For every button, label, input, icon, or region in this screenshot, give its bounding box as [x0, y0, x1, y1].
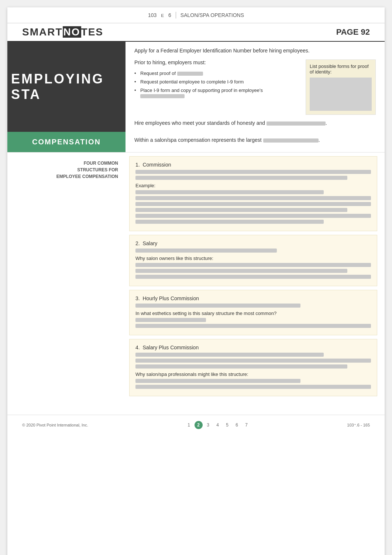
- why-label-4: Why salon/spa professionals might like t…: [135, 371, 371, 377]
- blurred-2-4: [135, 275, 371, 279]
- blurred-3-2: [135, 318, 206, 322]
- footer-ref: 103⁺.6 - 165: [347, 423, 370, 428]
- compensation-label: COMPENSATION: [7, 132, 125, 152]
- prior-hiring-sidebar: List possible forms for proof of identit…: [306, 59, 376, 115]
- page-container: 103E6 SALON/SPA OPERATIONS SMARTNOTES PA…: [7, 7, 385, 555]
- compensation-content: Within a salon/spa compensation represen…: [125, 132, 385, 152]
- blurred-1-8: [135, 220, 324, 224]
- tes-label: TES: [81, 26, 103, 38]
- smartnotes-header: SMARTNOTES PAGE 92: [7, 23, 385, 42]
- compensation-item-3: 3. Hourly Plus Commission In what esthet…: [129, 290, 377, 335]
- blurred-2-2: [135, 263, 371, 267]
- sidebar-box: List possible forms for proof of identit…: [306, 59, 376, 115]
- four-structures-section: FOUR COMMON STRUCTURES FOR EMPLOYEE COMP…: [7, 153, 385, 407]
- blurred-4-2: [135, 359, 371, 363]
- prior-hiring-layout: Prior to hiring, employers must: Request…: [134, 59, 376, 115]
- course-sup: E: [161, 13, 164, 18]
- blurred-3-1: [135, 304, 300, 308]
- blurred-1-5: [135, 202, 371, 206]
- blurred-2-1: [135, 249, 277, 253]
- four-structures-label: FOUR COMMON STRUCTURES FOR EMPLOYEE COMP…: [7, 153, 125, 187]
- page-1[interactable]: 1: [185, 421, 193, 429]
- blurred-4-1: [135, 353, 324, 357]
- bullet-item-2: Request potential employee to complete I…: [134, 78, 298, 86]
- blurred-4-4: [135, 379, 300, 383]
- compensation-label-text: COMPENSATION: [32, 138, 101, 146]
- bullet-item-3: Place I-9 form and copy of supporting pr…: [134, 86, 298, 100]
- course-title: SALON/SPA OPERATIONS: [180, 12, 244, 18]
- sidebar-image: [310, 78, 372, 111]
- four-structures-label-text: FOUR COMMON STRUCTURES FOR EMPLOYEE COMP…: [15, 160, 118, 180]
- blurred-4-3: [135, 364, 347, 369]
- blurred-3-3: [135, 324, 371, 328]
- hire-text: Hire employees who meet your standards o…: [134, 120, 376, 126]
- smart-label: SMART: [22, 26, 63, 38]
- question-label-3: In what esthetics setting is this salary…: [135, 311, 371, 316]
- compensation-item-2: 2. Salary Why salon owners like this str…: [129, 235, 377, 286]
- compensation-section: COMPENSATION Within a salon/spa compensa…: [7, 132, 385, 153]
- prior-hiring-main: Prior to hiring, employers must: Request…: [134, 59, 298, 115]
- four-structures-content: 1. Commission Example: 2. Salary Why sal…: [125, 153, 385, 407]
- employing-staff-content: Apply for a Federal Employer Identificat…: [125, 42, 385, 132]
- blurred-employee: [140, 94, 185, 98]
- blurred-1-7: [135, 214, 371, 218]
- page-2[interactable]: 2: [195, 421, 203, 429]
- blurred-1-2: [135, 176, 347, 180]
- smartnotes-title: SMARTNOTES: [22, 26, 103, 38]
- comp-intro-text: Within a salon/spa compensation represen…: [134, 137, 376, 143]
- footer-copyright: © 2020 Pivot Point International, Inc.: [22, 423, 88, 427]
- item-4-title: 4. Salary Plus Commission: [135, 345, 371, 350]
- page-5[interactable]: 5: [223, 421, 231, 429]
- notes-highlight: NO: [63, 26, 81, 38]
- why-label-2: Why salon owners like this structure:: [135, 256, 371, 261]
- blurred-1-4: [135, 196, 371, 200]
- sidebar-box-title: List possible forms for proof of identit…: [310, 64, 372, 75]
- apply-text: Apply for a Federal Employer Identificat…: [134, 48, 376, 54]
- page-6[interactable]: 6: [233, 421, 241, 429]
- header-center: 103E6 SALON/SPA OPERATIONS: [148, 12, 244, 18]
- blurred-1-1: [135, 170, 371, 174]
- blurred-2-3: [135, 269, 347, 273]
- pagination[interactable]: 1 2 3 4 5 6 7: [185, 421, 251, 429]
- blurred-1-3: [135, 190, 324, 194]
- blurred-hire: [267, 121, 326, 126]
- page-4[interactable]: 4: [214, 421, 222, 429]
- bullet-item-1: Request proof of: [134, 69, 298, 78]
- compensation-item-1: 1. Commission Example:: [129, 156, 377, 231]
- blurred-4-5: [135, 385, 371, 389]
- course-dot: 6: [168, 12, 171, 18]
- footer: © 2020 Pivot Point International, Inc. 1…: [7, 415, 385, 435]
- page-7[interactable]: 7: [243, 421, 251, 429]
- blurred-comp: [263, 138, 319, 143]
- example-label-1: Example:: [135, 183, 371, 188]
- item-1-title: 1. Commission: [135, 162, 371, 168]
- blurred-proof: [177, 72, 203, 76]
- prior-hiring-title: Prior to hiring, employers must:: [134, 59, 298, 65]
- employing-staff-title: EMPLOYING STA: [11, 71, 122, 102]
- employing-staff-label: EMPLOYING STA: [7, 42, 125, 132]
- item-3-title: 3. Hourly Plus Commission: [135, 295, 371, 301]
- page-3[interactable]: 3: [204, 421, 212, 429]
- top-header: 103E6 SALON/SPA OPERATIONS: [7, 7, 385, 23]
- course-code: 103: [148, 12, 157, 18]
- blurred-1-6: [135, 208, 347, 212]
- bullet-list: Request proof of Request potential emplo…: [134, 69, 298, 100]
- header-divider: [176, 12, 176, 18]
- page-number: PAGE 92: [336, 27, 370, 37]
- compensation-item-4: 4. Salary Plus Commission Why salon/spa …: [129, 339, 377, 396]
- employing-staff-section: EMPLOYING STA Apply for a Federal Employ…: [7, 42, 385, 132]
- item-2-title: 2. Salary: [135, 240, 371, 246]
